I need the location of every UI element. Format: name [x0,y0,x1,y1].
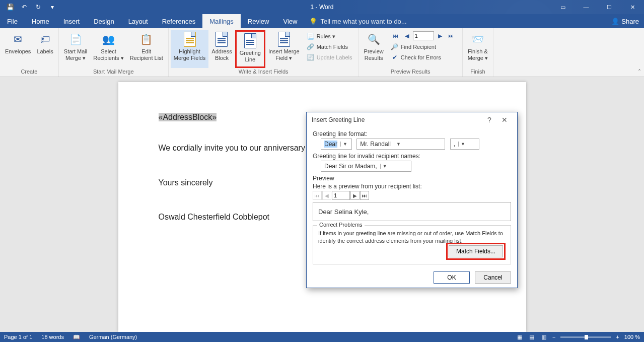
select-recipients-button[interactable]: 👥Select Recipients ▾ [90,30,126,68]
page-count[interactable]: Page 1 of 1 [4,334,32,340]
proofing-icon[interactable]: 📖 [73,333,80,340]
check-errors-button[interactable]: ✔Check for Errors [389,52,458,62]
tab-layout[interactable]: Layout [121,14,155,28]
highlight-merge-fields-button[interactable]: Highlight Merge Fields [171,30,209,68]
next-record-icon[interactable]: ▶ [435,31,445,40]
preview-results-button[interactable]: 🔍Preview Results [361,30,387,68]
group-start-mail-merge: 📄Start Mail Merge ▾ 👥Select Recipients ▾… [59,28,169,77]
quick-access-toolbar: 💾 ↶ ↻ ▾ [0,1,58,13]
tab-mailings[interactable]: Mailings [202,14,241,28]
tell-me-search[interactable]: 💡Tell me what you want to do... [304,18,406,25]
dialog-close-icon[interactable]: ✕ [497,116,512,124]
ok-button[interactable]: OK [434,271,470,284]
zoom-slider[interactable] [560,336,611,338]
language-status[interactable]: German (Germany) [89,334,137,340]
group-create: ✉Envelopes 🏷Labels Create [0,28,59,77]
zoom-out-icon[interactable]: − [552,334,555,340]
envelope-icon: ✉ [14,31,22,47]
insert-merge-field-button[interactable]: Insert Merge Field ▾ [265,30,303,68]
close-icon[interactable]: ✕ [621,0,644,14]
record-number-input[interactable] [413,31,434,40]
check-errors-icon: ✔ [391,53,399,61]
minimize-icon[interactable]: — [575,0,598,14]
tab-insert[interactable]: Insert [56,14,87,28]
rules-button[interactable]: 📃Rules ▾ [305,31,354,41]
highlight-icon [184,31,196,47]
recipients-icon: 👥 [102,31,115,47]
preview-next-icon[interactable]: ▶ [350,191,360,200]
tab-review[interactable]: Review [241,14,276,28]
finish-merge-icon: 📨 [471,31,484,47]
undo-icon[interactable]: ↶ [18,1,30,13]
record-navigator: ⏮ ◀ ▶ ⏭ [389,30,458,41]
tab-view[interactable]: View [276,14,304,28]
zoom-in-icon[interactable]: + [616,334,619,340]
update-labels-icon: 🔄 [307,53,315,61]
chevron-down-icon: ▼ [394,142,403,147]
find-recipient-button[interactable]: 🔎Find Recipient [389,42,458,52]
tab-references[interactable]: References [155,14,202,28]
collapse-ribbon-icon[interactable]: ˄ [638,69,641,76]
redo-icon[interactable]: ↻ [32,1,44,13]
greeting-line-button[interactable]: Greeting Line [235,30,265,68]
tab-design[interactable]: Design [87,14,121,28]
match-fields-button[interactable]: 🔗Match Fields [305,42,354,52]
edit-recipient-list-button[interactable]: 📋Edit Recipient List [127,30,166,68]
web-layout-icon[interactable]: ▥ [540,333,547,340]
preview-last-icon[interactable]: ⏭ [360,191,369,200]
preview-navigator: ⏮ ◀ ▶ ⏭ [313,191,511,200]
tab-file[interactable]: File [0,14,25,28]
invalid-greeting-label: Greeting line for invalid recipient name… [313,153,511,160]
qat-customize-icon[interactable]: ▾ [46,1,58,13]
insert-greeting-line-dialog: Insert Greeting Line ? ✕ Greeting line f… [306,112,518,288]
merge-field-addressblock[interactable]: «AddressBlock» [159,113,217,121]
labels-button[interactable]: 🏷Labels [34,30,56,68]
zoom-level[interactable]: 100 % [624,334,640,340]
chevron-down-icon: ▼ [380,164,389,169]
ribbon-mailings: ✉Envelopes 🏷Labels Create 📄Start Mail Me… [0,28,644,77]
print-layout-icon[interactable]: ▤ [528,333,535,340]
start-mail-merge-button[interactable]: 📄Start Mail Merge ▾ [61,30,90,68]
maximize-icon[interactable]: ☐ [598,0,621,14]
salutation-dropdown[interactable]: Dear▼ [321,139,352,150]
rules-icon: 📃 [307,32,315,40]
finish-merge-button[interactable]: 📨Finish & Merge ▾ [465,30,491,68]
preview-first-icon: ⏮ [313,191,322,200]
share-icon: 👤 [611,18,619,25]
mail-merge-icon: 📄 [69,31,82,47]
group-preview-results: 🔍Preview Results ⏮ ◀ ▶ ⏭ 🔎Find Recipient… [359,28,463,77]
first-record-icon[interactable]: ⏮ [391,31,401,40]
read-mode-icon[interactable]: ▦ [516,333,523,340]
last-record-icon[interactable]: ⏭ [446,31,456,40]
update-labels-button: 🔄Update Labels [305,52,354,62]
address-block-icon [216,31,228,47]
label-icon: 🏷 [40,31,50,47]
envelopes-button[interactable]: ✉Envelopes [2,30,34,68]
ribbon-options-icon[interactable]: ▭ [551,0,575,14]
save-icon[interactable]: 💾 [4,1,16,13]
word-count[interactable]: 18 words [41,334,64,340]
tab-home[interactable]: Home [25,14,56,28]
dialog-titlebar[interactable]: Insert Greeting Line ? ✕ [307,112,517,127]
share-button[interactable]: 👤Share [611,14,639,28]
group-finish: 📨Finish & Merge ▾ Finish [463,28,493,77]
match-fields-dialog-button[interactable]: Match Fields... [449,245,503,257]
preview-heading: Preview [313,175,511,182]
status-bar: Page 1 of 1 18 words 📖 German (Germany) … [0,332,644,342]
bulb-icon: 💡 [309,18,317,25]
match-fields-icon: 🔗 [307,43,315,51]
window-title: 1 - Word [311,4,334,11]
invalid-greeting-dropdown[interactable]: Dear Sir or Madam,▼ [321,161,411,172]
prev-record-icon[interactable]: ◀ [402,31,412,40]
dialog-help-icon[interactable]: ? [482,116,497,124]
preview-record-input[interactable] [332,191,350,200]
cancel-button[interactable]: Cancel [475,271,511,284]
chevron-down-icon: ▼ [340,142,349,147]
insert-merge-icon [278,31,290,47]
preview-from-label: Here is a preview from your recipient li… [313,183,511,190]
find-icon: 🔎 [391,43,399,51]
punctuation-dropdown[interactable]: ,▼ [450,139,479,150]
name-format-dropdown[interactable]: Mr. Randall▼ [356,139,445,150]
dialog-title: Insert Greeting Line [312,116,365,123]
address-block-button[interactable]: Address Block [208,30,235,68]
